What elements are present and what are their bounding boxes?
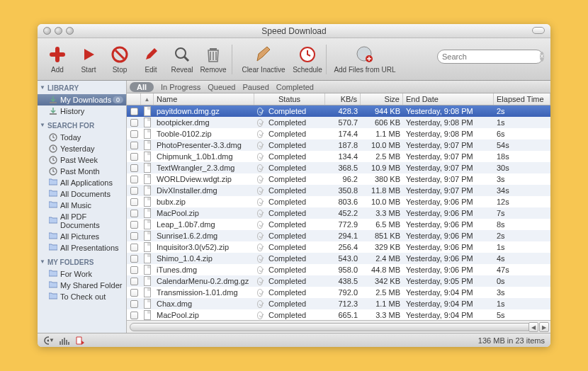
sidebar-item[interactable]: All Pictures xyxy=(38,231,126,242)
sidebar-item[interactable]: To Check out xyxy=(38,291,126,302)
row-checkbox[interactable] xyxy=(130,289,138,297)
sidebar-item[interactable]: Past Week xyxy=(38,154,126,166)
scroll-left-button[interactable]: ◀ xyxy=(528,322,538,332)
search-field[interactable]: × xyxy=(437,50,543,64)
table-row[interactable]: Chipmunk_1.0b1.dmgCompleted134.42.5 MBYe… xyxy=(127,151,550,162)
tab-all[interactable]: All xyxy=(130,82,154,92)
table-row[interactable]: iTunes.dmgCompleted958.044.8 MBYesterday… xyxy=(127,264,550,275)
column-checkbox[interactable] xyxy=(127,93,141,105)
sidebar-group-search[interactable]: SEARCH FOR xyxy=(38,120,126,132)
row-checkbox[interactable] xyxy=(130,244,138,251)
sidebar-item-label: My Shared Folder xyxy=(60,281,122,290)
row-checkbox[interactable] xyxy=(130,300,138,308)
table-row[interactable]: Leap_1.0b7.dmgCompleted772.96.5 MBYester… xyxy=(127,219,550,230)
cell-size: 2.4 MB xyxy=(361,254,403,263)
sidebar-item[interactable]: Yesterday xyxy=(38,143,126,154)
row-checkbox[interactable] xyxy=(130,164,138,172)
column-kbs[interactable]: KB/s xyxy=(325,93,361,105)
row-checkbox[interactable] xyxy=(130,176,138,183)
sidebar-group-library[interactable]: LIBRARY xyxy=(38,82,126,94)
sidebar-item[interactable]: All PDF Documents xyxy=(38,211,126,231)
column-size[interactable]: Size xyxy=(361,93,403,105)
table-row[interactable]: Tooble-0102.zipCompleted174.41.1 MBYeste… xyxy=(127,128,550,139)
export-icon[interactable] xyxy=(74,336,86,346)
column-name[interactable]: Name xyxy=(154,93,254,105)
horizontal-scrollbar[interactable]: ◀▶ xyxy=(127,320,550,333)
add-from-url-button[interactable]: Add Files from URL xyxy=(329,41,400,78)
sidebar-item-label: My Downloads xyxy=(60,96,111,104)
cell-kbs: 174.4 xyxy=(325,130,361,138)
column-end-date[interactable]: End Date xyxy=(403,93,494,105)
table-row[interactable]: MacPool.zipCompleted665.13.3 MBYesterday… xyxy=(127,309,550,320)
table-body[interactable]: payitdown.dmg.gzCompleted428.3944 KBYest… xyxy=(127,105,550,320)
table-row[interactable]: CalendarMenu-0.2.dmg.gzCompleted438.5342… xyxy=(127,275,550,287)
column-elapsed[interactable]: Elapsed Time xyxy=(494,93,550,105)
tab-paused[interactable]: Paused xyxy=(242,83,268,91)
tab-queued[interactable]: Queued xyxy=(208,83,235,91)
table-row[interactable]: Chax.dmgCompleted712.31.1 MBYesterday, 9… xyxy=(127,298,550,309)
search-input[interactable] xyxy=(442,52,540,61)
add-button[interactable]: Add xyxy=(42,41,73,78)
table-row[interactable]: bootpicker.dmgCompleted570.7606 KBYester… xyxy=(127,117,550,128)
column-sort[interactable]: ▲ xyxy=(141,93,154,105)
table-row[interactable]: PhotoPresenter-3.3.dmgCompleted187.810.0… xyxy=(127,139,550,151)
row-checkbox[interactable] xyxy=(130,198,138,206)
table-row[interactable]: bubx.zipCompleted803.610.0 MBYesterday, … xyxy=(127,196,550,207)
table-row[interactable]: payitdown.dmg.gzCompleted428.3944 KBYest… xyxy=(127,105,550,117)
sidebar-item[interactable]: All Applications xyxy=(38,177,126,188)
clear-search-button[interactable]: × xyxy=(540,52,544,62)
toolbar-toggle-button[interactable] xyxy=(532,27,545,34)
reveal-button[interactable]: Reveal xyxy=(166,41,198,78)
table-row[interactable]: Sunrise1.6.2.dmgCompleted294.1851 KBYest… xyxy=(127,230,550,241)
sidebar-item[interactable]: Today xyxy=(38,132,126,143)
row-checkbox[interactable] xyxy=(130,210,138,217)
row-checkbox[interactable] xyxy=(130,108,138,115)
table-row[interactable]: Shimo_1.0.4.zipCompleted543.02.4 MBYeste… xyxy=(127,253,550,264)
table-row[interactable]: WORLDview.wdgt.zipCompleted96.2380 KBYes… xyxy=(127,173,550,185)
row-checkbox[interactable] xyxy=(130,187,138,195)
tab-in-progress[interactable]: In Progress xyxy=(161,83,200,91)
row-checkbox[interactable] xyxy=(130,142,138,149)
sidebar-item[interactable]: For Work xyxy=(38,268,126,280)
table-row[interactable]: TextWrangler_2.3.dmgCompleted368.510.9 M… xyxy=(127,162,550,173)
start-button[interactable]: Start xyxy=(73,41,104,78)
sidebar-group-folders[interactable]: MY FOLDERS xyxy=(38,256,126,268)
remove-button[interactable]: Remove xyxy=(198,41,229,78)
scroll-right-button[interactable]: ▶ xyxy=(539,322,549,332)
row-checkbox[interactable] xyxy=(130,119,138,127)
row-checkbox[interactable] xyxy=(130,266,138,274)
sidebar-item[interactable]: All Documents xyxy=(38,188,126,200)
activity-icon[interactable] xyxy=(59,336,70,346)
row-checkbox[interactable] xyxy=(130,153,138,161)
table-row[interactable]: DivXInstaller.dmgCompleted350.811.8 MBYe… xyxy=(127,185,550,196)
table-row[interactable]: Transmission-1.01.dmgCompleted792.02.5 M… xyxy=(127,287,550,298)
row-checkbox[interactable] xyxy=(130,130,138,138)
sidebar-item[interactable]: All Presentations xyxy=(38,242,126,253)
cell-size: 3.3 MB xyxy=(361,209,403,217)
schedule-button[interactable]: Schedule xyxy=(292,41,323,78)
row-checkbox[interactable] xyxy=(130,232,138,240)
sidebar-item[interactable]: My Downloads0 xyxy=(38,94,126,105)
sidebar-item[interactable]: My Shared Folder xyxy=(38,280,126,291)
row-checkbox[interactable] xyxy=(130,312,138,319)
row-checkbox[interactable] xyxy=(130,221,138,229)
scrollbar-thumb[interactable] xyxy=(130,323,536,331)
stop-button[interactable]: Stop xyxy=(104,41,135,78)
row-checkbox[interactable] xyxy=(130,255,138,263)
edit-button[interactable]: Edit xyxy=(135,41,166,78)
sidebar-item[interactable]: History xyxy=(38,105,126,117)
column-status[interactable]: Status xyxy=(254,93,325,105)
table-row[interactable]: MacPool.zipCompleted452.23.3 MBYesterday… xyxy=(127,207,550,219)
cell-date: Yesterday, 9:06 PM xyxy=(403,254,494,263)
folder-icon xyxy=(49,201,57,210)
sidebar-item[interactable]: All Music xyxy=(38,200,126,211)
check-icon xyxy=(257,300,263,308)
broom-icon xyxy=(254,45,273,64)
table-row[interactable]: Inquisitor3.0(v52).zipCompleted256.4329 … xyxy=(127,241,550,253)
clear-inactive-button[interactable]: Clear Inactive xyxy=(235,41,292,78)
row-checkbox[interactable] xyxy=(130,278,138,285)
sidebar-item[interactable]: Past Month xyxy=(38,166,126,177)
gear-icon[interactable]: ▼ xyxy=(43,336,55,346)
tab-completed[interactable]: Completed xyxy=(276,83,314,91)
cell-elapsed: 18s xyxy=(494,152,550,161)
